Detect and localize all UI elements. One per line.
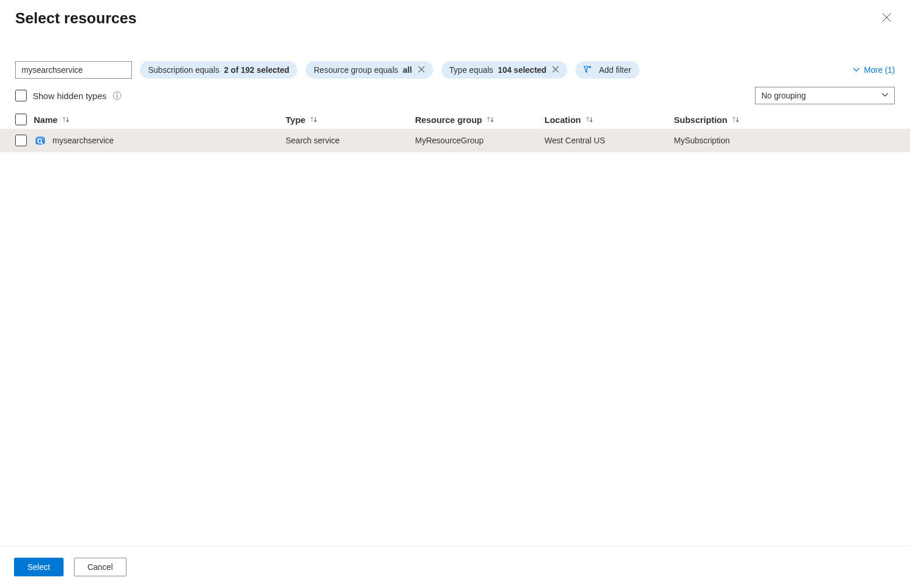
column-label: Resource group [415, 115, 482, 125]
options-row: Show hidden types No grouping [0, 79, 910, 110]
resource-location: West Central US [544, 136, 605, 145]
search-service-icon [34, 134, 47, 147]
filter-pill-value: 2 of 192 selected [224, 65, 289, 75]
sort-icon [585, 115, 594, 124]
cancel-button[interactable]: Cancel [74, 558, 127, 576]
dialog-title: Select resources [15, 9, 136, 27]
column-label: Type [286, 115, 305, 125]
filter-bar: Subscription equals 2 of 192 selected Re… [0, 33, 910, 79]
resource-group: MyResourceGroup [415, 136, 484, 145]
info-icon[interactable] [113, 91, 122, 100]
search-input[interactable] [15, 61, 132, 79]
show-hidden-checkbox[interactable] [15, 90, 27, 101]
close-icon [552, 66, 559, 75]
sort-icon [731, 115, 740, 124]
row-checkbox[interactable] [15, 135, 27, 146]
filter-pill-type[interactable]: Type equals 104 selected [441, 61, 568, 79]
column-header-name[interactable]: Name [34, 115, 286, 125]
column-label: Subscription [674, 115, 728, 125]
svg-rect-2 [117, 95, 117, 98]
more-filters-label: More (1) [864, 65, 895, 75]
dialog-footer: Select Cancel [0, 545, 910, 588]
filter-remove-button[interactable] [418, 66, 425, 75]
filter-pill-value: 104 selected [498, 65, 546, 75]
sort-icon [61, 115, 71, 124]
column-header-location[interactable]: Location [544, 115, 674, 125]
column-header-type[interactable]: Type [286, 115, 415, 125]
select-button[interactable]: Select [14, 558, 64, 576]
svg-point-1 [117, 93, 118, 94]
show-hidden-types: Show hidden types [15, 90, 122, 101]
resource-type: Search service [286, 136, 340, 145]
grouping-value: No grouping [761, 91, 806, 100]
chevron-down-icon [881, 91, 888, 100]
resource-subscription: MySubscription [674, 136, 730, 145]
chevron-down-icon [852, 65, 860, 75]
sort-icon [486, 115, 495, 124]
column-header-subscription[interactable]: Subscription [674, 115, 895, 125]
table-header-row: Name Type Resource group Location Subscr… [0, 110, 910, 129]
show-hidden-label: Show hidden types [33, 91, 107, 101]
filter-remove-button[interactable] [552, 66, 559, 75]
column-header-resource-group[interactable]: Resource group [415, 115, 544, 125]
dialog-header: Select resources [0, 0, 910, 33]
filter-pill-prefix: Subscription equals [148, 65, 219, 75]
close-icon [882, 13, 891, 24]
add-filter-button[interactable]: Add filter [575, 61, 639, 79]
filter-pill-value: all [403, 65, 412, 75]
sort-icon [309, 115, 318, 124]
column-label: Name [34, 115, 58, 125]
table-row[interactable]: mysearchservice Search service MyResourc… [0, 129, 910, 152]
close-icon [418, 66, 425, 75]
more-filters-link[interactable]: More (1) [852, 65, 895, 75]
filter-pill-subscription[interactable]: Subscription equals 2 of 192 selected [140, 61, 297, 79]
filter-pill-resource-group[interactable]: Resource group equals all [305, 61, 433, 79]
close-button[interactable] [879, 9, 895, 27]
resources-table: Name Type Resource group Location Subscr… [0, 110, 910, 152]
grouping-select[interactable]: No grouping [755, 87, 895, 104]
column-label: Location [544, 115, 581, 125]
resource-name: mysearchservice [52, 136, 114, 145]
add-filter-label: Add filter [599, 65, 631, 75]
filter-pill-prefix: Type equals [449, 65, 494, 75]
filter-pill-prefix: Resource group equals [314, 65, 398, 75]
select-all-checkbox[interactable] [15, 114, 27, 125]
filter-icon [584, 65, 594, 76]
